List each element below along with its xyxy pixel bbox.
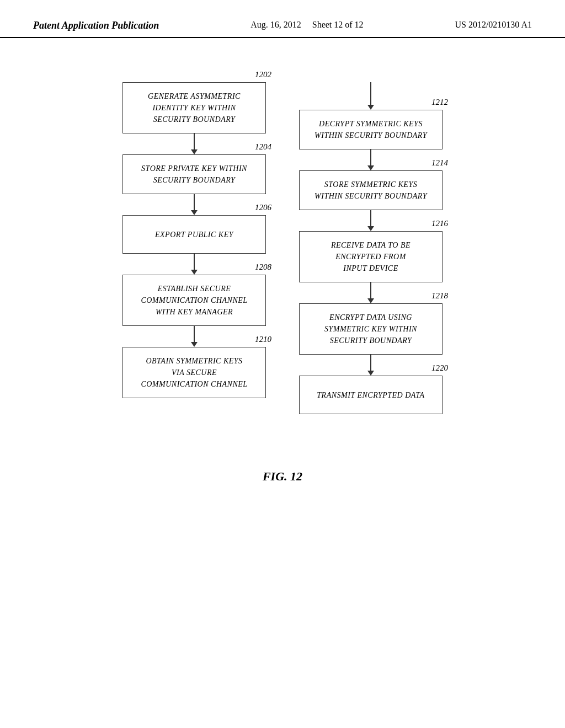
arrowhead	[367, 226, 374, 231]
box-wrapper-1214: 1214 STORE SYMMETRIC KEYS WITHIN SECURIT…	[299, 170, 443, 210]
figure-caption: FIG. 12	[0, 469, 565, 506]
ref-1204: 1204	[255, 142, 271, 152]
publication-label: Patent Application Publication	[33, 20, 159, 31]
arrowhead	[191, 342, 198, 347]
flow-box-1220: TRANSMIT ENCRYPTED DATA	[299, 376, 443, 414]
flow-box-1202: GENERATE ASYMMETRIC IDENTITY KEY WITHIN …	[122, 82, 266, 133]
flow-box-1206: EXPORT PUBLIC KEY	[122, 215, 266, 254]
arrowhead	[367, 105, 374, 110]
arrow-line	[194, 194, 195, 210]
arrow-line	[370, 282, 371, 298]
arrowhead	[191, 210, 198, 215]
box-wrapper-1218: 1218 ENCRYPT DATA USING SYMMETRIC KEY WI…	[299, 303, 443, 355]
ref-1210: 1210	[255, 335, 271, 344]
arrow-1216-1218	[367, 282, 374, 303]
flow-box-1208: ESTABLISH SECURE COMMUNICATION CHANNEL W…	[122, 275, 266, 326]
box-wrapper-1204: 1204 STORE PRIVATE KEY WITHIN SECURITY B…	[122, 154, 266, 194]
box-wrapper-1202: 1202 GENERATE ASYMMETRIC IDENTITY KEY WI…	[122, 82, 266, 133]
top-arrow-right	[367, 82, 374, 110]
arrowhead	[367, 298, 374, 303]
arrow-1206-1208	[191, 254, 198, 275]
box-wrapper-1208: 1208 ESTABLISH SECURE COMMUNICATION CHAN…	[122, 275, 266, 326]
flow-box-1212: DECRYPT SYMMETRIC KEYS WITHIN SECURITY B…	[299, 110, 443, 149]
arrowhead	[367, 165, 374, 170]
arrow-1202-1204	[191, 133, 198, 154]
flow-box-1214: STORE SYMMETRIC KEYS WITHIN SECURITY BOU…	[299, 170, 443, 210]
arrow-1218-1220	[367, 355, 374, 376]
patent-number: US 2012/0210130 A1	[455, 20, 532, 30]
arrow-line	[194, 133, 195, 149]
left-flow-column: 1202 GENERATE ASYMMETRIC IDENTITY KEY WI…	[122, 82, 266, 398]
arrow-line	[370, 210, 371, 226]
ref-1208: 1208	[255, 263, 271, 272]
arrow-line	[194, 326, 195, 342]
flow-box-1210: OBTAIN SYMMETRIC KEYS VIA SECURE COMMUNI…	[122, 347, 266, 398]
arrow-1208-1210	[191, 326, 198, 347]
ref-1216: 1216	[431, 219, 448, 228]
box-wrapper-1220: 1220 TRANSMIT ENCRYPTED DATA	[299, 376, 443, 414]
flow-box-1204: STORE PRIVATE KEY WITHIN SECURITY BOUNDA…	[122, 154, 266, 194]
ref-1202: 1202	[255, 70, 271, 79]
ref-1206: 1206	[255, 203, 271, 212]
box-wrapper-1212: 1212 DECRYPT SYMMETRIC KEYS WITHIN SECUR…	[299, 110, 443, 149]
right-flow-column: 1212 DECRYPT SYMMETRIC KEYS WITHIN SECUR…	[299, 82, 443, 414]
arrowhead	[191, 149, 198, 154]
arrow-1214-1216	[367, 210, 374, 231]
diagram-area: 1202 GENERATE ASYMMETRIC IDENTITY KEY WI…	[0, 38, 565, 436]
flow-box-1216: RECEIVE DATA TO BE ENCRYPTED FROM INPUT …	[299, 231, 443, 282]
ref-1212: 1212	[431, 98, 448, 107]
page: Patent Application Publication Aug. 16, …	[0, 0, 565, 728]
header: Patent Application Publication Aug. 16, …	[0, 0, 565, 38]
box-wrapper-1206: 1206 EXPORT PUBLIC KEY	[122, 215, 266, 254]
arrow-line	[370, 149, 371, 165]
arrow-line	[370, 82, 371, 105]
arrow-1204-1206	[191, 194, 198, 215]
publication-date: Aug. 16, 2012	[250, 20, 301, 29]
arrow-line	[194, 254, 195, 270]
arrow-line	[370, 355, 371, 371]
ref-1220: 1220	[431, 363, 448, 373]
flow-box-1218: ENCRYPT DATA USING SYMMETRIC KEY WITHIN …	[299, 303, 443, 355]
sheet-info: Sheet 12 of 12	[312, 20, 364, 29]
ref-1214: 1214	[431, 158, 448, 168]
arrowhead	[367, 371, 374, 376]
arrow-1212-1214	[367, 149, 374, 170]
ref-1218: 1218	[431, 291, 448, 301]
arrowhead	[191, 270, 198, 275]
header-center: Aug. 16, 2012 Sheet 12 of 12	[250, 20, 363, 30]
box-wrapper-1216: 1216 RECEIVE DATA TO BE ENCRYPTED FROM I…	[299, 231, 443, 282]
box-wrapper-1210: 1210 OBTAIN SYMMETRIC KEYS VIA SECURE CO…	[122, 347, 266, 398]
